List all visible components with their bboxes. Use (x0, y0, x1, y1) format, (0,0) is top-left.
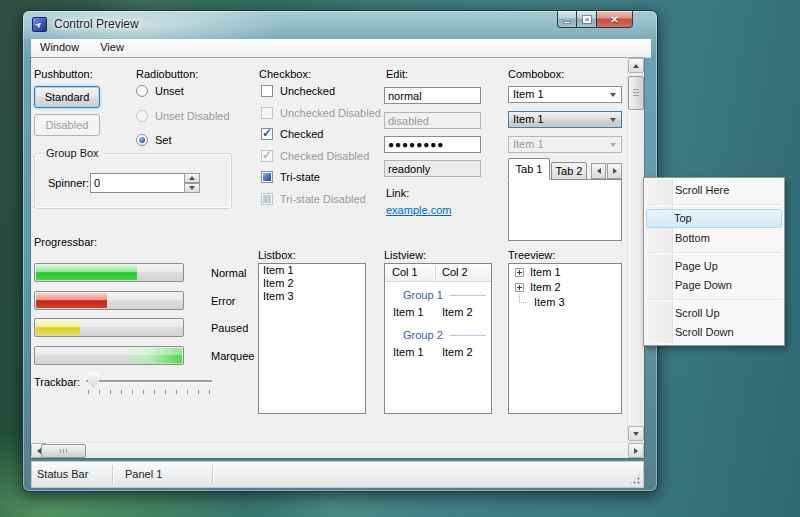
menu-item-label: Bottom (675, 232, 710, 244)
statusbar-divider (212, 465, 213, 484)
close-button[interactable]: ✕ (597, 11, 633, 28)
maximize-button[interactable] (577, 11, 597, 28)
checkbox-unchecked-disabled: Unchecked Disabled (261, 107, 381, 119)
combobox-normal[interactable]: Item 1 (508, 86, 622, 103)
tab-1-label: Tab 1 (516, 163, 543, 175)
progressbar-marquee-label: Marquee (211, 350, 254, 362)
listview[interactable]: Col 1 Col 2 Group 1 Item 1 Item 2 Group … (384, 263, 492, 414)
group-box-legend: Group Box (43, 147, 102, 159)
listview-col2-header[interactable]: Col 2 (442, 266, 468, 278)
scroll-up-button[interactable] (628, 58, 644, 73)
tab-scroll-right-button[interactable] (607, 163, 622, 179)
checkbox-unchecked[interactable]: Unchecked (261, 85, 335, 97)
disabled-button-label: Disabled (46, 119, 89, 131)
arrow-down-icon (633, 432, 639, 436)
tab-1[interactable]: Tab 1 (508, 158, 550, 180)
menu-item-scroll-down[interactable]: Scroll Down (647, 323, 781, 342)
checkbox-checked[interactable]: ✓ Checked (261, 128, 323, 140)
radio-set[interactable]: Set (136, 134, 172, 146)
menu-view[interactable]: View (91, 39, 133, 58)
group-box: Group Box Spinner: (34, 153, 232, 209)
progressbar-paused-label: Paused (211, 322, 248, 334)
vertical-scrollbar-thumb[interactable] (628, 76, 644, 110)
spinner-label: Spinner: (48, 177, 89, 189)
column-divider[interactable] (435, 266, 436, 279)
listview-header: Col 1 Col 2 (385, 264, 491, 282)
client-area: Pushbutton: Radiobutton: Checkbox: Edit:… (31, 58, 644, 458)
listbox[interactable]: Item 1 Item 2 Item 3 (258, 263, 366, 414)
link-label: Link: (386, 187, 409, 199)
checkbox-checked-label: Checked (280, 128, 323, 140)
arrow-right-icon (613, 168, 617, 174)
combobox-normal-value: Item 1 (513, 88, 544, 100)
example-link[interactable]: example.com (386, 204, 451, 216)
listview-row[interactable]: Item 1 Item 2 (385, 303, 491, 322)
scroll-right-button[interactable] (628, 443, 644, 458)
tree-connector-icon (519, 294, 526, 303)
scroll-down-button[interactable] (628, 426, 644, 441)
spinner-up-button[interactable] (184, 173, 200, 183)
checkbox-checked-disabled: ✓ Checked Disabled (261, 150, 369, 162)
checkbox-checked-disabled-icon: ✓ (261, 150, 273, 162)
trackbar-ticks (88, 390, 212, 394)
listbox-item[interactable]: Item 1 (259, 264, 365, 277)
checkbox-tristate[interactable]: Tri-state (261, 171, 320, 183)
pushbutton-label: Pushbutton: (34, 68, 93, 80)
trackbar-track[interactable] (86, 380, 212, 382)
menu-item-bottom[interactable]: Bottom (647, 229, 781, 248)
horizontal-scrollbar-thumb[interactable] (41, 444, 86, 458)
listview-cell: Item 2 (442, 346, 473, 358)
listview-col1-header[interactable]: Col 1 (392, 266, 418, 278)
menu-item-scroll-up[interactable]: Scroll Up (647, 304, 781, 323)
spinner-down-icon (189, 186, 195, 190)
tree-item-label: Item 3 (534, 296, 565, 308)
disabled-button: Disabled (34, 114, 100, 136)
listbox-item[interactable]: Item 3 (259, 290, 365, 303)
minimize-icon (563, 21, 571, 24)
horizontal-scrollbar[interactable] (31, 442, 644, 458)
expand-plus-icon[interactable] (515, 268, 524, 277)
tab-2[interactable]: Tab 2 (551, 162, 587, 180)
app-logo-icon: ➤ (32, 18, 46, 32)
combobox-hot-value: Item 1 (513, 113, 544, 125)
radio-checked-icon (136, 134, 148, 146)
statusbar-divider (112, 465, 113, 484)
edit-password[interactable] (384, 136, 481, 153)
combobox-hot[interactable]: Item 1 (508, 111, 622, 128)
radio-unset[interactable]: Unset (136, 85, 184, 97)
vertical-scrollbar[interactable] (627, 58, 644, 442)
menu-item-page-up[interactable]: Page Up (647, 257, 781, 276)
listview-row[interactable]: Item 1 Item 2 (385, 343, 491, 362)
trackbar-thumb[interactable] (88, 372, 99, 388)
tree-item[interactable]: Item 3 (509, 294, 621, 309)
expand-plus-icon[interactable] (515, 283, 524, 292)
combobox-disabled-value: Item 1 (513, 138, 544, 150)
listview-group-1-header: Group 1 (403, 289, 486, 301)
tree-item[interactable]: Item 1 (509, 264, 621, 279)
minimize-button[interactable] (557, 11, 577, 28)
resize-grip[interactable] (629, 473, 641, 485)
menu-item-label: Scroll Down (675, 326, 734, 338)
checkbox-tristate-icon (261, 171, 273, 183)
radio-unset-disabled-label: Unset Disabled (155, 110, 230, 122)
tree-item[interactable]: Item 2 (509, 279, 621, 294)
standard-button-label: Standard (45, 91, 90, 103)
spinner-buttons (184, 173, 200, 193)
menu-window[interactable]: Window (31, 39, 88, 58)
menu-item-label: Scroll Up (675, 307, 720, 319)
treeview[interactable]: Item 1 Item 2 Item 3 (508, 263, 622, 414)
menu-item-page-down[interactable]: Page Down (647, 276, 781, 295)
tab-scroll-left-button[interactable] (591, 163, 606, 179)
menu-item-top[interactable]: Top (646, 209, 782, 228)
spinner-input[interactable] (90, 173, 184, 193)
checkbox-checked-icon: ✓ (261, 128, 273, 140)
menu-item-scroll-here[interactable]: Scroll Here (647, 181, 781, 200)
standard-button[interactable]: Standard (34, 86, 100, 108)
statusbar-panel-0: Status Bar (37, 468, 88, 480)
edit-normal[interactable] (384, 87, 481, 104)
listbox-item[interactable]: Item 2 (259, 277, 365, 290)
radio-unchecked-icon (136, 85, 148, 97)
titlebar[interactable]: ➤ Control Preview ✕ (23, 11, 657, 39)
spinner-down-button[interactable] (184, 183, 200, 193)
progressbar-label: Progressbar: (34, 236, 97, 248)
